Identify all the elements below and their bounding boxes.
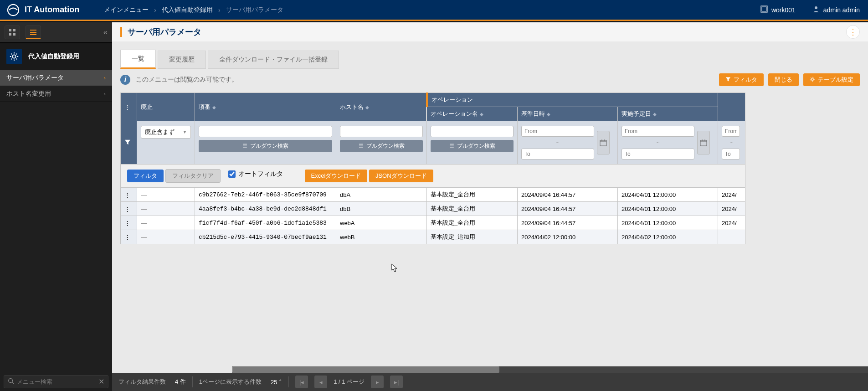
svg-point-14 bbox=[812, 78, 814, 80]
footer-bar: フィルタ結果件数 4 件 1ページに表示する件数 25 ˄ |◂ ◂ 1 / 1… bbox=[112, 373, 868, 391]
per-page-value[interactable]: 25 ˄ bbox=[271, 379, 282, 386]
op-pulldown-button[interactable]: ☰プルダウン検索 bbox=[431, 140, 514, 152]
sched-date-cell: 2024/04/01 12:00:00 bbox=[618, 202, 718, 216]
list-icon: ☰ bbox=[359, 143, 364, 149]
overflow-cell: 2024/ bbox=[718, 202, 745, 216]
col-scheduled-date[interactable]: 実施予定日◆ bbox=[618, 107, 718, 121]
clear-filter-button[interactable]: フィルタクリア bbox=[165, 169, 221, 183]
row-menu-button[interactable]: ⋮ bbox=[121, 230, 137, 244]
workspace-icon bbox=[760, 5, 768, 14]
col-discard[interactable]: 廃止 bbox=[137, 93, 195, 121]
op-cell: 基本設定_追加用 bbox=[427, 230, 518, 244]
tab-history[interactable]: 変更履歴 bbox=[158, 51, 206, 69]
next-page-button[interactable]: ▸ bbox=[371, 376, 384, 388]
filter-row-icon bbox=[121, 121, 137, 165]
col-host[interactable]: ホスト名◆ bbox=[336, 93, 427, 121]
tab-list[interactable]: 一覧 bbox=[120, 50, 156, 69]
op-cell: 基本設定_全台用 bbox=[427, 188, 518, 202]
tilde-icon: ～ bbox=[521, 139, 594, 146]
overflow-date-from[interactable] bbox=[722, 126, 740, 137]
host-cell: webA bbox=[336, 216, 427, 230]
crumb-main[interactable]: メインメニュー bbox=[104, 6, 149, 14]
sched-date-to[interactable] bbox=[621, 149, 694, 159]
sidebar-item-hostname-change[interactable]: ホスト名変更用 › bbox=[0, 86, 112, 102]
discard-cell: — bbox=[137, 202, 195, 216]
row-menu-button[interactable]: ⋮ bbox=[121, 216, 137, 230]
discard-cell: — bbox=[137, 230, 195, 244]
prev-page-button[interactable]: ◂ bbox=[314, 376, 327, 388]
crumb-current: サーバ用パラメータ bbox=[226, 6, 283, 14]
svg-point-3 bbox=[815, 6, 817, 9]
col-base-date[interactable]: 基準日時◆ bbox=[518, 107, 618, 121]
filter-button[interactable]: フィルタ bbox=[719, 73, 764, 86]
host-filter-input[interactable] bbox=[340, 126, 423, 137]
result-count-label: フィルタ結果件数 bbox=[118, 378, 166, 386]
op-cell: 基本設定_全台用 bbox=[427, 216, 518, 230]
col-seq[interactable]: 項番◆ bbox=[195, 93, 336, 121]
table-row: ⋮—cb215d5c-e793-4415-9340-07becf9ae131we… bbox=[121, 230, 745, 244]
base-date-to[interactable] bbox=[521, 149, 594, 159]
excel-download-button[interactable]: Excelダウンロード bbox=[305, 170, 368, 182]
menu-search[interactable]: ✕ bbox=[4, 375, 108, 388]
chevron-right-icon: › bbox=[218, 6, 221, 14]
tilde-icon: ～ bbox=[722, 139, 741, 146]
gear-icon bbox=[6, 49, 22, 64]
col-menu[interactable]: ⋮ bbox=[121, 93, 137, 121]
row-menu-button[interactable]: ⋮ bbox=[121, 188, 137, 202]
host-pulldown-button[interactable]: ☰プルダウン検索 bbox=[340, 140, 423, 152]
table-row: ⋮—f1cf7f4d-f6af-450f-a0b6-1dcf1a1e5383we… bbox=[121, 216, 745, 230]
svg-point-12 bbox=[9, 378, 13, 382]
view-grid-button[interactable] bbox=[5, 26, 20, 39]
page-indicator: 1 / 1 ページ bbox=[334, 378, 365, 386]
autofilter-checkbox[interactable] bbox=[228, 170, 236, 178]
table-scroll[interactable]: ⋮ 廃止 項番◆ ホスト名◆ オペレーション オペレーション名◆ 基準日時◆ 実… bbox=[112, 93, 868, 373]
svg-rect-7 bbox=[13, 33, 15, 36]
sidebar-item-server-params[interactable]: サーバ用パラメータ › bbox=[0, 70, 112, 86]
table-settings-button[interactable]: テーブル設定 bbox=[803, 73, 860, 86]
row-menu-button[interactable]: ⋮ bbox=[121, 202, 137, 216]
sched-date-from[interactable] bbox=[621, 126, 694, 137]
autofilter-toggle[interactable]: オートフィルタ bbox=[228, 170, 283, 178]
base-date-cell: 2024/04/02 12:00:00 bbox=[518, 230, 618, 244]
clear-icon[interactable]: ✕ bbox=[98, 377, 104, 386]
page-menu-button[interactable]: ⋮ bbox=[846, 25, 860, 39]
svg-rect-15 bbox=[600, 140, 606, 146]
overflow-cell bbox=[718, 230, 745, 244]
menu-search-input[interactable] bbox=[17, 378, 98, 385]
overflow-cell: 2024/ bbox=[718, 216, 745, 230]
collapse-sidebar-icon[interactable]: « bbox=[103, 28, 108, 36]
tab-download-upload[interactable]: 全件ダウンロード・ファイル一括登録 bbox=[208, 51, 339, 69]
calendar-icon[interactable] bbox=[597, 131, 610, 154]
close-button[interactable]: 閉じる bbox=[768, 73, 799, 86]
op-filter-input[interactable] bbox=[431, 126, 514, 137]
workspace-selector[interactable]: work001 bbox=[752, 0, 804, 20]
seq-cell: cb215d5c-e793-4415-9340-07becf9ae131 bbox=[195, 230, 336, 244]
breadcrumb: メインメニュー › 代入値自動登録用 › サーバ用パラメータ bbox=[104, 6, 283, 14]
sched-date-cell: 2024/04/01 12:00:00 bbox=[618, 188, 718, 202]
seq-pulldown-button[interactable]: ☰プルダウン検索 bbox=[199, 140, 332, 152]
json-download-button[interactable]: JSONダウンロード bbox=[369, 170, 433, 182]
first-page-button[interactable]: |◂ bbox=[295, 376, 308, 388]
col-group-operation: オペレーション bbox=[427, 93, 718, 107]
svg-rect-8 bbox=[30, 30, 36, 31]
horizontal-scrollbar[interactable] bbox=[232, 366, 868, 373]
col-op-name[interactable]: オペレーション名◆ bbox=[427, 107, 518, 121]
sort-icon: ◆ bbox=[212, 105, 216, 110]
view-list-button[interactable] bbox=[26, 26, 41, 39]
overflow-date-to[interactable] bbox=[722, 149, 740, 159]
last-page-button[interactable]: ▸| bbox=[390, 376, 403, 388]
user-menu[interactable]: admin admin bbox=[804, 0, 868, 20]
info-icon: i bbox=[120, 75, 130, 85]
seq-filter-input[interactable] bbox=[199, 126, 332, 137]
sidebar-group-label: 代入値自動登録用 bbox=[28, 52, 79, 61]
apply-filter-button[interactable]: フィルタ bbox=[127, 170, 164, 182]
crumb-group[interactable]: 代入値自動登録用 bbox=[162, 6, 213, 14]
logo[interactable]: IT Automation bbox=[0, 3, 86, 17]
workspace-name: work001 bbox=[771, 6, 796, 14]
calendar-icon[interactable] bbox=[697, 131, 710, 154]
scrollbar-thumb[interactable] bbox=[232, 366, 499, 373]
svg-point-11 bbox=[12, 55, 15, 58]
discard-select[interactable]: 廃止含まず bbox=[141, 126, 191, 139]
base-date-from[interactable] bbox=[521, 126, 594, 137]
svg-line-13 bbox=[12, 382, 14, 384]
